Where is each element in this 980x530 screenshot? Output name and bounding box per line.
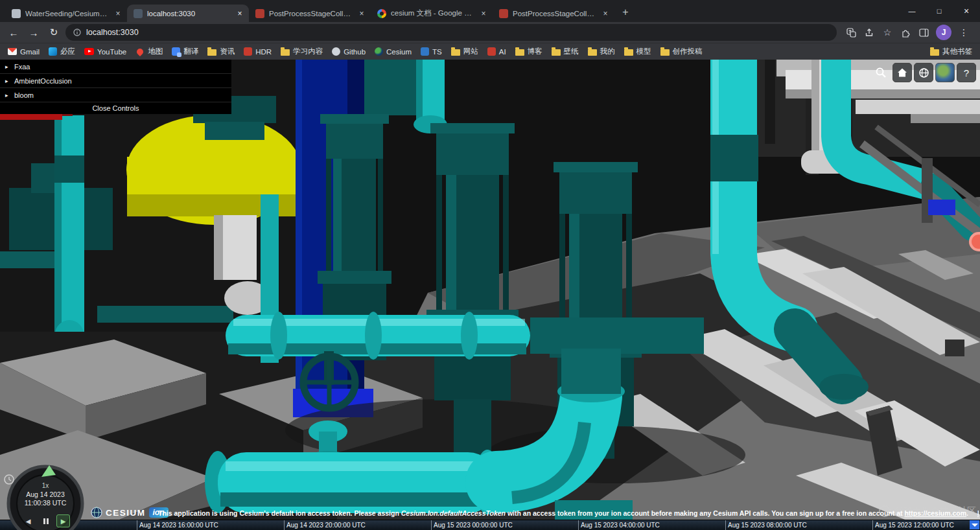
bookmark-models-folder[interactable]: 模型 — [624, 47, 651, 56]
bookmark-translate[interactable]: 翻译 — [172, 47, 198, 56]
play-forward-button[interactable]: ▶ — [56, 514, 70, 527]
bookmark-news-folder[interactable]: 资讯 — [207, 47, 235, 56]
profile-avatar[interactable]: J — [936, 25, 951, 40]
address-bar[interactable]: localhost:3030 — [65, 24, 837, 41]
tab-close-icon[interactable]: × — [600, 8, 611, 19]
tab-postprocess-1[interactable]: PostProcessStageCollection - × — [249, 5, 371, 22]
tab-close-icon[interactable]: × — [478, 8, 489, 19]
bookmark-label: 模型 — [636, 47, 651, 56]
bookmark-gmail[interactable]: Gmail — [8, 48, 40, 56]
reload-button[interactable]: ↻ — [45, 24, 62, 41]
bookmark-label: 创作投稿 — [673, 47, 703, 56]
cesium-wordmark: CESIUM — [106, 508, 146, 518]
folder-icon — [660, 49, 670, 56]
new-tab-button[interactable]: + — [617, 4, 634, 21]
pause-button[interactable] — [39, 514, 52, 527]
bookmark-label: TS — [432, 48, 442, 56]
gui-close-controls-button[interactable]: Close Controls — [0, 102, 231, 114]
credit-text: with an access token from your ion accou… — [506, 509, 904, 517]
credit-message: This application is using Cesium's defau… — [158, 509, 979, 517]
tab-close-icon[interactable]: × — [235, 8, 245, 19]
bookmark-youtube[interactable]: YouTube — [84, 48, 126, 56]
bookmark-label: 壁纸 — [564, 47, 579, 56]
menu-icon[interactable]: ⋮ — [958, 27, 970, 38]
gui-panel: ▸ Fxaa ▸ AmbientOcclusion ▸ bloom Close … — [0, 60, 231, 114]
bookmark-label: Gmail — [20, 48, 40, 56]
tab-close-icon[interactable]: × — [113, 8, 123, 19]
gui-folder-label: bloom — [14, 91, 34, 99]
bookmark-blog-folder[interactable]: 博客 — [515, 47, 542, 56]
share-icon[interactable] — [863, 27, 875, 38]
gui-folder-fxaa[interactable]: ▸ Fxaa — [0, 60, 231, 74]
bookmark-label: 资讯 — [220, 47, 235, 56]
cesium-canvas[interactable] — [0, 60, 980, 530]
navigation-help-button[interactable]: ? — [957, 63, 976, 82]
other-bookmarks[interactable]: 其他书签 — [930, 47, 972, 56]
bookmark-github[interactable]: Github — [332, 47, 366, 56]
bookmark-study-folder[interactable]: 学习内容 — [281, 47, 323, 56]
bookmark-label: 必应 — [60, 47, 75, 56]
data-attribution-link[interactable]: Data attribution — [977, 509, 979, 517]
cesium-ion-logo[interactable]: CESIUM ion — [91, 507, 169, 518]
gui-folder-label: Fxaa — [14, 63, 30, 71]
bookmark-star-icon[interactable]: ☆ — [881, 27, 893, 38]
maps-pin-icon — [135, 47, 145, 56]
bing-icon — [49, 47, 57, 56]
bookmark-hdr[interactable]: HDR — [244, 47, 272, 56]
github-icon — [332, 47, 340, 56]
bookmark-label: AI — [499, 48, 506, 56]
bookmark-bing[interactable]: 必应 — [49, 47, 75, 56]
toolbar-icons: ☆ J ⋮ — [845, 25, 970, 40]
bookmark-label: HDR — [255, 48, 272, 56]
url-text: localhost:3030 — [86, 28, 139, 37]
tab-google-search[interactable]: cesium 文档 - Google 搜索 × — [371, 5, 493, 22]
translate-icon[interactable] — [845, 27, 857, 38]
browser-toolbar: ← → ↻ localhost:3030 ☆ J ⋮ — [0, 22, 980, 43]
timeline-bar[interactable]: Aug 14 2023 16:00:00 UTC Aug 14 2023 20:… — [0, 520, 980, 530]
bookmark-label: YouTube — [97, 48, 126, 56]
bookmark-wallpaper-folder[interactable]: 壁纸 — [552, 47, 579, 56]
bookmark-creation-folder[interactable]: 创作投稿 — [660, 47, 703, 56]
home-button[interactable] — [892, 63, 912, 82]
scene-mode-button[interactable] — [914, 63, 933, 82]
tab-localhost[interactable]: localhost:3030 × — [127, 5, 249, 22]
gmail-icon — [8, 48, 17, 55]
ai-icon — [487, 47, 496, 56]
window-controls: — □ × — [898, 0, 980, 22]
close-button[interactable]: × — [953, 0, 980, 22]
base-layer-picker-button[interactable] — [935, 63, 955, 82]
translate-favicon — [172, 47, 180, 56]
youtube-icon — [84, 48, 94, 55]
back-button[interactable]: ← — [5, 24, 22, 41]
credit-text: . — [966, 509, 968, 517]
side-panel-icon[interactable] — [918, 27, 929, 38]
bookmark-maps[interactable]: 地图 — [135, 47, 163, 56]
gui-folder-ambientocclusion[interactable]: ▸ AmbientOcclusion — [0, 74, 231, 88]
tab-postprocess-2[interactable]: PostProcessStageCollection - × — [493, 5, 614, 22]
minimize-button[interactable]: — — [898, 0, 926, 22]
cesium-docs-favicon — [499, 9, 508, 18]
forward-button[interactable]: → — [25, 24, 42, 41]
geocoder-search-button[interactable] — [871, 63, 891, 82]
timeline-corner-button[interactable] — [970, 520, 979, 529]
tab-waterseeding[interactable]: WaterSeeding/CesiumPostPro × — [5, 5, 127, 22]
gui-folder-bloom[interactable]: ▸ bloom — [0, 88, 231, 102]
bookmark-ai[interactable]: AI — [487, 47, 506, 56]
maximize-button[interactable]: □ — [926, 0, 953, 22]
bookmark-ts[interactable]: TS — [421, 47, 442, 56]
cesium-viewport: ▸ Fxaa ▸ AmbientOcclusion ▸ bloom Close … — [0, 60, 980, 530]
folder-icon — [930, 49, 939, 56]
play-reverse-button[interactable]: ◀ — [21, 514, 35, 527]
tab-close-icon[interactable]: × — [356, 8, 367, 19]
localhost-favicon — [134, 9, 143, 18]
cesium-icon — [375, 47, 383, 56]
chevron-right-icon: ▸ — [5, 78, 10, 84]
site-info-icon[interactable] — [73, 29, 81, 36]
bookmark-website-folder[interactable]: 网站 — [451, 47, 478, 56]
folder-icon — [552, 49, 561, 56]
github-favicon — [12, 9, 21, 18]
cesium-com-link[interactable]: https://cesium.com — [904, 509, 966, 517]
extensions-icon[interactable] — [900, 27, 911, 38]
bookmark-mine-folder[interactable]: 我的 — [588, 47, 615, 56]
bookmark-cesium[interactable]: Cesium — [375, 47, 412, 56]
